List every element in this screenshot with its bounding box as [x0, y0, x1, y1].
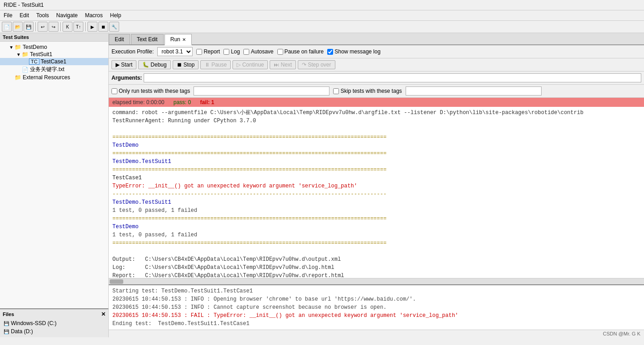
step-over-button[interactable]: ↷ Step over: [298, 60, 335, 69]
run-opt-show-message-log: Show message log: [327, 48, 380, 55]
toolbar-stop[interactable]: ⏹: [98, 22, 108, 32]
tree-item-keywords[interactable]: 📄 业务关键字.txt: [0, 65, 108, 74]
tab-run-label: Run: [170, 36, 180, 43]
toolbar: 📄 📂 💾 ↩ ↪ K T↑ ▶ ⏹ 🔧: [0, 21, 644, 33]
toolbar-save[interactable]: 💾: [24, 22, 34, 32]
drive-c[interactable]: 💾 Windows-SSD (C:): [3, 319, 106, 327]
pause-button[interactable]: ⏸ Pause: [200, 60, 231, 69]
menu-edit[interactable]: Edit: [16, 11, 33, 19]
drive-d-label: Data (D:): [11, 328, 33, 335]
stop-label: Stop: [184, 62, 195, 68]
menu-help[interactable]: Help: [107, 11, 125, 19]
tree-item-testdemo[interactable]: ▼ 📁 TestDemo: [0, 43, 108, 51]
scrollbar-thumb[interactable]: [110, 279, 123, 284]
tags-bar: Only run tests with these tags Skip test…: [109, 85, 644, 98]
args-bar: Arguments:: [109, 72, 644, 85]
file-icon-keywords: 📄: [22, 67, 29, 73]
tab-bar: Edit Text Edit Run ✕: [109, 33, 644, 45]
continue-label: Continue: [242, 62, 264, 68]
start-label: Start: [121, 62, 132, 68]
skip-opt: Skip tests with these tags: [333, 88, 402, 94]
files-panel: Files ✕ 💾 Windows-SSD (C:) 💾 Data (D:): [0, 308, 108, 337]
tree-item-testsuit1[interactable]: ▼ 📁 TestSuit1: [0, 51, 108, 58]
continue-button[interactable]: ▷ Continue: [232, 60, 268, 69]
toolbar-redo[interactable]: ↪: [48, 22, 58, 32]
report-checkbox[interactable]: [196, 49, 202, 55]
tree-label-keywords: 业务关键字.txt: [30, 66, 64, 73]
next-icon: ⏭: [274, 62, 279, 68]
autosave-checkbox[interactable]: [243, 49, 249, 55]
files-header-label: Files: [3, 311, 14, 317]
log-label: Log: [231, 48, 240, 55]
elapsed-label: elapsed time: 0:00:00: [112, 99, 165, 105]
folder-icon-testdemo: 📁: [15, 44, 21, 50]
toolbar-sep2: [60, 22, 61, 31]
tree-item-external[interactable]: 📁 External Resources: [0, 74, 108, 81]
toolbar-undo[interactable]: ↩: [38, 22, 48, 32]
toolbar-play[interactable]: ▶: [87, 22, 97, 32]
step-over-label: Step over: [308, 62, 331, 68]
tab-edit[interactable]: Edit: [109, 34, 130, 44]
pause-failure-checkbox[interactable]: [277, 49, 283, 55]
suite-header: Test Suites: [0, 33, 108, 42]
skip-input[interactable]: [406, 86, 542, 96]
run-opt-log: Log: [223, 48, 240, 55]
only-run-input[interactable]: [194, 86, 329, 96]
toolbar-open[interactable]: 📂: [13, 22, 23, 32]
menu-tools[interactable]: Tools: [33, 11, 53, 19]
toolbar-new[interactable]: 📄: [2, 22, 12, 32]
debug-button[interactable]: 🐛 Debug: [138, 60, 170, 69]
test-icon-testcase1: TC: [29, 58, 39, 65]
toolbar-sep1: [35, 22, 36, 31]
stop-button[interactable]: ⏹ Stop: [173, 60, 199, 69]
toolbar-debug[interactable]: 🔧: [109, 22, 119, 32]
bottom-label: CSDN @Mr. G K: [109, 330, 644, 337]
tree-item-testcase1[interactable]: TC TestCase1: [0, 58, 108, 65]
right-panel: Edit Text Edit Run ✕ Execution Profile: …: [109, 33, 644, 337]
tab-run-close[interactable]: ✕: [182, 37, 186, 42]
status-bar: elapsed time: 0:00:00 pass: 0 fail: 1: [109, 98, 644, 107]
autosave-label: Autosave: [251, 48, 273, 55]
debug-label: Debug: [150, 62, 166, 68]
report-label: Report: [203, 48, 220, 55]
args-label: Arguments:: [111, 75, 142, 81]
args-input[interactable]: [144, 73, 641, 82]
drive-d[interactable]: 💾 Data (D:): [3, 327, 106, 335]
tab-run[interactable]: Run ✕: [165, 34, 192, 45]
tree-label-testdemo: TestDemo: [23, 44, 47, 50]
tree-label-external: External Resources: [23, 74, 70, 81]
tab-text-edit[interactable]: Text Edit: [131, 34, 164, 44]
next-button[interactable]: ⏭ Next: [270, 60, 296, 69]
toolbar-k[interactable]: K: [63, 22, 73, 32]
log-panel[interactable]: Starting test: TestDemo.TestSuit1.TestCa…: [109, 284, 644, 330]
menu-navigate[interactable]: Navigate: [53, 11, 81, 19]
tree-label-testcase1: TestCase1: [41, 58, 67, 65]
run-opt-report: Report: [196, 48, 220, 55]
folder-icon-testsuit1: 📁: [22, 51, 29, 58]
show-message-log-checkbox[interactable]: [327, 49, 333, 55]
menu-file[interactable]: File: [0, 11, 16, 19]
skip-label: Skip tests with these tags: [340, 88, 402, 94]
exec-profile-select[interactable]: robot 3.1 robot 3.2 robot 4.0: [157, 47, 193, 56]
title-bar: RIDE - TestSuit1: [0, 0, 644, 10]
menu-macros[interactable]: Macros: [81, 11, 106, 19]
horizontal-scrollbar[interactable]: [109, 278, 644, 284]
tree-arrow-1: ▼: [16, 52, 22, 57]
start-icon: ▶: [116, 62, 120, 68]
only-run-label: Only run tests with these tags: [119, 88, 190, 94]
only-run-checkbox[interactable]: [111, 88, 117, 94]
run-panel: Execution Profile: robot 3.1 robot 3.2 r…: [109, 45, 644, 337]
step-over-icon: ↷: [302, 62, 306, 68]
skip-checkbox[interactable]: [333, 88, 339, 94]
run-opt-pause-on-failure: Pause on failure: [277, 48, 324, 55]
files-close-btn[interactable]: ✕: [101, 311, 106, 317]
toolbar-t[interactable]: T↑: [73, 22, 83, 32]
log-checkbox[interactable]: [223, 49, 229, 55]
start-button[interactable]: ▶ Start: [111, 60, 136, 69]
only-run-opt: Only run tests with these tags: [111, 88, 190, 94]
pass-label: pass: 0: [174, 99, 191, 105]
run-buttons: ▶ Start 🐛 Debug ⏹ Stop ⏸ Pause ▷ Cont: [109, 58, 644, 72]
output-content[interactable]: command: robot --argumentfile C:\Users\小…: [109, 107, 644, 278]
drive-c-icon: 💾: [4, 321, 9, 326]
folder-icon-external: 📁: [15, 74, 21, 81]
